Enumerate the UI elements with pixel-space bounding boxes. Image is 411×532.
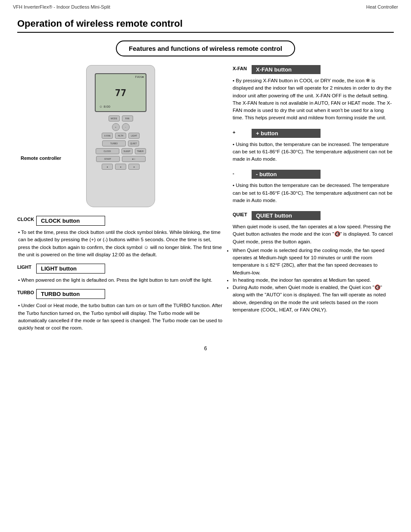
remote-svg: FAN● 77 ☺ 8:00 MODE FAN [69,65,172,212]
right-column: X-FAN X-FAN button • By pressing X-FAN b… [233,65,394,337]
minus-section: - - button • Using this button the tempe… [233,170,394,204]
remote-start-btn[interactable]: START [96,156,120,162]
remote-image-area: Remote controller FAN● 77 ☺ 8:00 [17,65,224,212]
remote-timer-btn[interactable]: TIMER [135,148,146,154]
quiet-bullet-2: In heating mode, the indoor fan operates… [233,277,394,284]
turbo-section: TURBO TURBO button • Under Cool or Heat … [17,289,224,332]
remote-turbo-row: TURBO QUIET [91,140,150,146]
quiet-label: QUIET [233,211,250,217]
remote-btn2[interactable]: ● [115,164,126,170]
quiet-bullet-3: During Auto mode, when Quiet mode is ena… [233,284,394,314]
minus-header: - button [252,170,321,179]
quiet-label-row: QUIET QUIET button [233,211,394,222]
remote-fan-btn[interactable]: FAN [122,115,133,121]
light-text: • When powered on the light is defaulted… [18,277,224,284]
remote-health-btn[interactable]: HLTH [115,133,126,139]
clock-label-row: CLOCK CLOCK button [17,216,224,228]
minus-label-row: - - button [233,170,394,181]
light-label-row: LIGHT LIGHT button [17,264,224,276]
remote-screen-label: FAN● [135,75,144,79]
clock-label: CLOCK [17,216,34,222]
quiet-bullet-1: When Quiet mode is selected during the c… [233,247,394,277]
remote-clock-btn[interactable]: CLOCK [96,148,119,154]
turbo-label-row: TURBO TURBO button [17,289,224,301]
clock-text: • To set the time, press the clock butto… [18,229,224,258]
remote-label: Remote controller [21,156,61,161]
plus-text: • Using this button, the temperature can… [233,141,394,163]
plus-label: + [233,129,250,135]
clock-header: CLOCK button [36,216,105,226]
quiet-section: QUIET QUIET button When quiet mode is us… [233,211,394,314]
xfan-label: X-FAN [233,65,250,71]
xfan-header: X-FAN button [252,65,321,74]
minus-text: • Using this button the temperature can … [233,182,394,204]
page-header: VFH InverterFlex® - Indoor Ductless Mini… [0,0,411,14]
turbo-label: TURBO [17,289,34,295]
light-section: LIGHT LIGHT button • When powered on the… [17,264,224,284]
left-column: Remote controller FAN● 77 ☺ 8:00 [17,65,224,337]
page-number: 6 [204,345,207,352]
quiet-intro: When quiet mode is used, the fan operate… [233,223,394,314]
plus-label-row: + + button [233,129,394,140]
turbo-header: TURBO button [36,289,105,299]
title-rule [17,32,394,33]
header-left: VFH InverterFlex® - Indoor Ductless Mini… [13,4,110,9]
minus-label: - [233,170,250,176]
remote-sleep-btn[interactable]: SLEEP [121,148,133,154]
light-header: LIGHT button [36,264,105,274]
header-right: Heat Controller [366,4,398,9]
remote-body: FAN● 77 ☺ 8:00 MODE FAN [86,65,155,207]
page-footer: 6 [17,341,394,356]
remote-temp-row: + - [91,123,150,131]
xfan-label-row: X-FAN X-FAN button [233,65,394,76]
remote-buttons-area: MODE FAN + - X-FAN HLTH [87,115,155,170]
remote-temp-display: 77 [115,87,127,98]
remote-stop-btn[interactable]: ★☆ [122,156,146,162]
main-layout: Remote controller FAN● 77 ☺ 8:00 [17,65,394,337]
remote-turbo-btn[interactable]: TURBO [102,140,126,146]
remote-quiet-btn[interactable]: QUIET [128,140,139,146]
page-content: Operation of wireless remote control Fea… [0,14,411,364]
clock-section: CLOCK CLOCK button • To set the time, pr… [17,216,224,258]
remote-mode-row: MODE FAN [91,115,150,121]
remote-start-row: START ★☆ [91,156,150,162]
remote-plus-btn[interactable]: + [112,123,120,131]
quiet-bullets: When Quiet mode is selected during the c… [233,247,394,314]
remote-btn1[interactable]: ● [102,164,113,170]
remote-minus-btn[interactable]: - [122,123,130,131]
remote-xfan-btn[interactable]: X-FAN [102,133,113,139]
remote-mode-btn[interactable]: MODE [109,115,120,121]
feature-box: Features and functions of wireless remot… [116,40,295,56]
quiet-intro-text: When quiet mode is used, the fan operate… [233,223,394,246]
quiet-header: QUIET button [252,211,321,220]
remote-screen: FAN● 77 ☺ 8:00 [95,73,146,112]
xfan-text: • By pressing X-FAN button in COOL or DR… [233,77,394,122]
remote-light-btn[interactable]: LIGHT [128,133,140,139]
remote-btn3[interactable]: ● [128,164,140,170]
plus-section: + + button • Using this button, the temp… [233,129,394,163]
turbo-text: • Under Cool or Heat mode, the turbo but… [18,302,224,332]
light-label: LIGHT [17,264,34,270]
page-title: Operation of wireless remote control [17,18,394,29]
remote-small-row1: X-FAN HLTH LIGHT [91,133,150,139]
xfan-section: X-FAN X-FAN button • By pressing X-FAN b… [233,65,394,122]
plus-header: + button [252,129,321,138]
remote-bottom-row: ● ● ● [91,164,150,170]
remote-clock-row: CLOCK SLEEP TIMER [91,148,150,154]
